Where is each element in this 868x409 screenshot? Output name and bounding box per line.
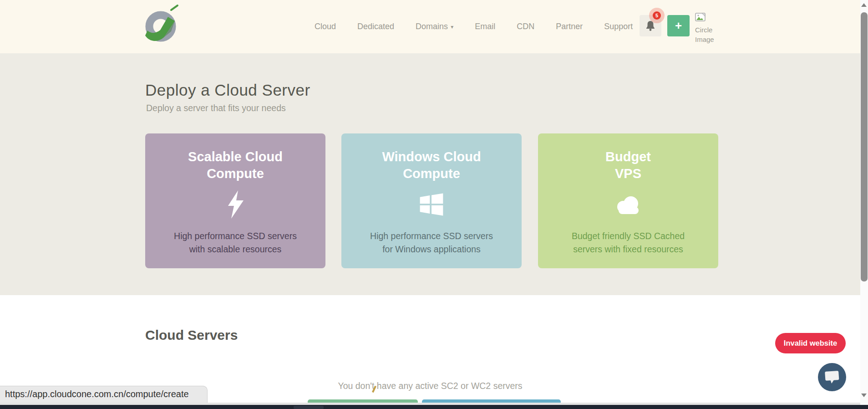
- create-new-button[interactable]: +: [667, 15, 690, 36]
- card-title: Scalable Cloud Compute: [145, 148, 325, 182]
- card-description: Budget friendly SSD Cached servers with …: [538, 230, 718, 256]
- taskbar-item: [294, 406, 324, 409]
- scrollbar-thumb[interactable]: [861, 12, 868, 281]
- scroll-up-arrow[interactable]: [861, 3, 867, 7]
- scroll-down-arrow[interactable]: [861, 394, 867, 397]
- cloudcone-logo[interactable]: [143, 4, 179, 46]
- status-url: https://app.cloudcone.com.cn/compute/cre…: [5, 389, 189, 399]
- nav-item-support[interactable]: Support: [604, 22, 633, 31]
- card-title: Windows Cloud Compute: [341, 148, 522, 182]
- card-budget-vps[interactable]: Budget VPS Budget friendly SSD Cached se…: [538, 133, 718, 268]
- invalid-website-button[interactable]: Invalid website: [775, 333, 846, 353]
- nav-item-email[interactable]: Email: [475, 22, 495, 31]
- notification-badge: 5: [653, 11, 661, 20]
- plus-icon: +: [675, 19, 682, 33]
- card-windows-cloud-compute[interactable]: Windows Cloud Compute High performance S…: [341, 133, 522, 268]
- card-description: High performance SSD servers with scalab…: [145, 230, 325, 256]
- section-title-cloud-servers: Cloud Servers: [145, 327, 238, 343]
- broken-image-icon: [695, 13, 706, 22]
- page-title: Deploy a Cloud Server: [145, 81, 310, 99]
- chevron-down-icon: ▾: [451, 24, 453, 30]
- page-subtitle: Deploy a server that fits your needs: [146, 103, 286, 113]
- avatar-alt-text: Circle Image: [695, 25, 716, 44]
- windows-icon: [341, 190, 522, 219]
- nav-item-cloud[interactable]: Cloud: [315, 22, 336, 31]
- card-description: High performance SSD servers for Windows…: [341, 230, 522, 256]
- nav-item-dedicated[interactable]: Dedicated: [357, 22, 394, 31]
- chat-bubble-icon: [823, 369, 841, 385]
- lightning-icon: [145, 190, 325, 219]
- main-nav: Cloud Dedicated Domains▾ Email CDN Partn…: [315, 0, 633, 53]
- vertical-scrollbar[interactable]: [860, 0, 868, 405]
- top-navbar: Cloud Dedicated Domains▾ Email CDN Partn…: [0, 0, 860, 53]
- browser-status-bar: https://app.cloudcone.com.cn/compute/cre…: [0, 386, 208, 403]
- nav-item-domains[interactable]: Domains▾: [416, 22, 453, 31]
- nav-item-partner[interactable]: Partner: [556, 22, 583, 31]
- card-title: Budget VPS: [538, 148, 718, 182]
- nav-item-cdn[interactable]: CDN: [517, 22, 534, 31]
- cloud-icon: [538, 190, 718, 219]
- card-scalable-cloud-compute[interactable]: Scalable Cloud Compute High performance …: [145, 133, 325, 268]
- live-chat-button[interactable]: [818, 363, 846, 391]
- taskbar-strip: [0, 405, 868, 409]
- user-avatar[interactable]: Circle Image: [695, 13, 718, 44]
